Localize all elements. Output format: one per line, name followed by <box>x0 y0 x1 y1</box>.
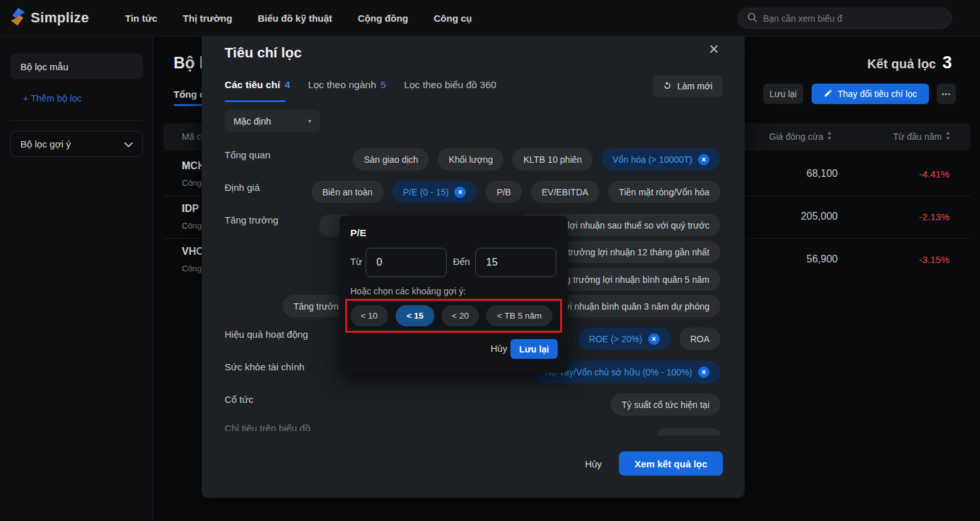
chip-remove-icon[interactable]: × <box>648 333 660 345</box>
pe-range-popup: P/E Từ Đến Hoặc chọn các khoảng gợi ý: <… <box>339 216 568 373</box>
from-label: Từ <box>350 257 362 267</box>
search-input[interactable] <box>763 13 942 24</box>
more-actions-button[interactable]: ••• <box>937 84 956 104</box>
sort-icon[interactable] <box>946 132 951 142</box>
tab-criteria-count: 4 <box>285 79 290 91</box>
tab-by-industry[interactable]: Lọc theo ngành5 <box>308 79 387 91</box>
results-title: Kết quả lọc <box>867 57 936 72</box>
row-symbol: VHC <box>182 246 204 257</box>
results-header: Kết quả lọc 3 <box>867 54 952 72</box>
view-results-button[interactable]: Xem kết quả lọc <box>619 451 723 476</box>
preset-value: Mặc định <box>234 116 271 126</box>
chip-roe-selected[interactable]: ROE (> 20%) × <box>578 328 671 350</box>
suggestion-lt-20[interactable]: < 20 <box>442 305 479 326</box>
pencil-icon <box>824 89 833 100</box>
active-tab-underline <box>225 100 286 102</box>
change-criteria-label: Thay đổi tiêu chí lọc <box>838 89 917 99</box>
row-ytd-value: -2.13% <box>868 211 949 222</box>
chips-overview: Sàn giao dịch Khối lượng KLTB 10 phiên V… <box>353 148 720 170</box>
chip-dividend-yield[interactable]: Tỷ suất cổ tức hiện tại <box>611 393 720 416</box>
sample-filters-label: Bộ lọc mẫu <box>20 61 68 72</box>
top-nav: Simplize Tin tức Thị trường Biểu đồ kỹ t… <box>0 0 980 36</box>
to-label: Đến <box>453 257 470 267</box>
caret-down-icon: ▾ <box>308 117 311 125</box>
chip-volume[interactable]: Khối lượng <box>438 148 503 170</box>
sidebar-divider <box>10 120 143 121</box>
chip-margin-of-safety[interactable]: Biên an toàn <box>311 181 383 203</box>
sidebar-item-suggested-filters[interactable]: Bộ lọc gợi ý <box>10 131 143 157</box>
row-label-dividend: Cổ tức <box>225 394 253 405</box>
brand-name: Simplize <box>31 10 89 26</box>
change-criteria-button[interactable]: Thay đổi tiêu chí lọc <box>812 84 929 104</box>
chip-exchange[interactable]: Sàn giao dịch <box>353 148 429 170</box>
row-company-fragment: Công <box>182 221 202 230</box>
results-count: 3 <box>942 54 952 72</box>
suggestion-lt-avg-5y[interactable]: < TB 5 năm <box>486 305 553 326</box>
chip-pe-selected[interactable]: P/E (0 - 15) × <box>392 181 477 203</box>
brand[interactable]: Simplize <box>10 8 89 28</box>
modal-title: Tiêu chí lọc <box>225 45 302 61</box>
suggested-filters-label: Bộ lọc gợi ý <box>20 139 71 149</box>
tab-industry-count: 5 <box>381 79 387 91</box>
chip-remove-icon[interactable]: × <box>698 366 709 378</box>
row-label-efficiency: Hiệu quả hoạt động <box>225 329 308 340</box>
row-close-value: 68,100 <box>750 168 838 179</box>
row-label-financial-health: Sức khỏe tài chính <box>225 361 304 372</box>
results-save-button[interactable]: Lưu lại <box>763 84 803 104</box>
preset-select[interactable]: Mặc định ▾ <box>225 110 320 132</box>
suggestions-label: Hoặc chọn các khoảng gợi ý: <box>350 286 466 296</box>
add-filter-label: Thêm bộ lọc <box>31 93 82 103</box>
suggestion-lt-15-selected[interactable]: < 15 <box>396 305 434 326</box>
search-box[interactable] <box>738 8 952 29</box>
nav-menu: Tin tức Thị trường Biểu đồ kỹ thuật Cộng… <box>125 0 472 36</box>
popup-save-button[interactable]: Lưu lại <box>510 339 558 359</box>
row-ytd-value: -3.15% <box>868 254 949 265</box>
search-icon <box>747 12 757 25</box>
nav-item-community[interactable]: Cộng đồng <box>358 13 408 24</box>
add-filter-button[interactable]: + Thêm bộ lọc <box>23 93 82 103</box>
pe-from-input[interactable] <box>366 248 447 277</box>
simplize-logo-icon <box>10 8 26 28</box>
tab-by-chart-360[interactable]: Lọc theo biểu đồ 360 <box>404 79 496 91</box>
row-close-value: 205,000 <box>750 211 838 222</box>
refresh-label: Làm mới <box>677 81 712 91</box>
chip-avg-volume-10[interactable]: KLTB 10 phiên <box>512 148 593 170</box>
row-company-fragment: Công <box>182 178 202 188</box>
close-icon[interactable]: × <box>709 41 719 58</box>
filter-criteria-modal: Tiêu chí lọc × Các tiêu chí4 Lọc theo ng… <box>202 28 745 498</box>
row-label-valuation: Định giá <box>225 182 260 193</box>
row-symbol: IDP <box>182 203 199 215</box>
pe-to-input[interactable] <box>475 248 556 277</box>
tab-overview-fragment[interactable]: Tổng q <box>174 89 205 100</box>
nav-item-technical-chart[interactable]: Biểu đồ kỹ thuật <box>258 13 332 24</box>
chip-net-cash[interactable]: Tiền mặt ròng/Vốn hóa <box>608 181 720 203</box>
nav-item-market[interactable]: Thị trường <box>183 13 232 24</box>
row-ytd-value: -4.41% <box>868 169 949 179</box>
modal-tabs: Các tiêu chí4 Lọc theo ngành5 Lọc theo b… <box>225 79 496 91</box>
chip-market-cap-selected[interactable]: Vốn hóa (> 10000T) × <box>602 148 720 170</box>
sidebar: Bộ lọc mẫu + Thêm bộ lọc Bộ lọc gợi ý <box>0 36 153 521</box>
row-label-growth: Tăng trưởng <box>225 215 278 225</box>
chip-clipped-sliver <box>657 428 721 435</box>
chip-remove-icon[interactable]: × <box>698 154 709 165</box>
tab-criteria[interactable]: Các tiêu chí4 <box>225 79 290 91</box>
nav-item-news[interactable]: Tin tức <box>125 13 158 24</box>
suggestion-lt-10[interactable]: < 10 <box>350 305 388 326</box>
chip-remove-icon[interactable]: × <box>454 186 466 198</box>
modal-cancel-button[interactable]: Hủy <box>581 451 606 476</box>
chip-pb[interactable]: P/B <box>486 181 522 203</box>
sidebar-item-sample-filters[interactable]: Bộ lọc mẫu <box>10 54 143 79</box>
popup-title: P/E <box>350 227 366 239</box>
sort-icon[interactable] <box>827 132 832 142</box>
chip-roa[interactable]: ROA <box>679 328 720 350</box>
row-label-clipped: Chỉ tiêu trên biểu đồ <box>225 423 310 431</box>
col-close-header[interactable]: Giá đóng cửa <box>753 132 849 142</box>
chip-ev-ebitda[interactable]: EV/EBITDA <box>531 181 599 203</box>
popup-cancel-button[interactable]: Hủy <box>485 338 513 359</box>
col-symbol-fragment[interactable]: Mã c <box>182 132 201 142</box>
col-ytd-header[interactable]: Từ đầu năm <box>868 132 951 142</box>
refresh-button[interactable]: Làm mới <box>653 75 723 97</box>
nav-item-tools[interactable]: Công cụ <box>434 13 472 24</box>
chips-valuation: Biên an toàn P/E (0 - 15) × P/B EV/EBITD… <box>311 181 720 203</box>
refresh-icon <box>663 81 672 92</box>
